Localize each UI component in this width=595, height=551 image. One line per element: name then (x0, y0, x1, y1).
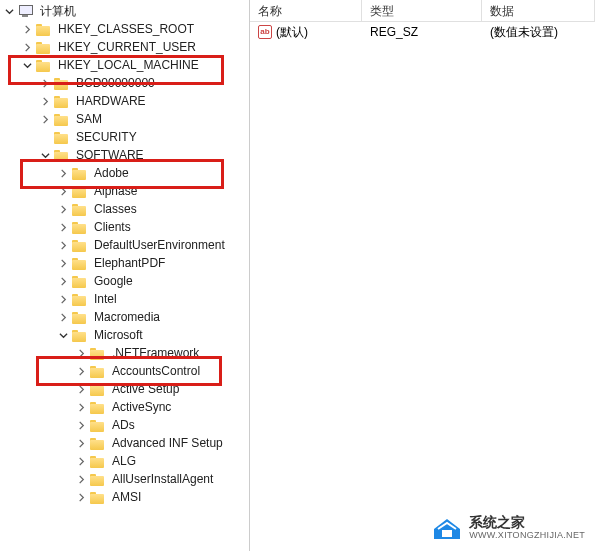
chevron-down-icon[interactable] (2, 4, 16, 18)
tree-item[interactable]: ActiveSync (2, 398, 249, 416)
tree-item[interactable]: Google (2, 272, 249, 290)
col-header-name[interactable]: 名称 (250, 0, 362, 21)
tree-item[interactable]: SAM (2, 110, 249, 128)
tree-item[interactable]: Intel (2, 290, 249, 308)
chevron-right-icon[interactable] (74, 436, 88, 450)
tree-item[interactable]: Adobe (2, 164, 249, 182)
tree-item[interactable]: HKEY_CLASSES_ROOT (2, 20, 249, 38)
tree-item-label: HKEY_CURRENT_USER (56, 40, 198, 54)
chevron-right-icon[interactable] (38, 76, 52, 90)
tree-item-label: Classes (92, 202, 139, 216)
watermark-title: 系统之家 (469, 515, 585, 530)
chevron-down-icon[interactable] (56, 328, 70, 342)
tree-item-label: ActiveSync (110, 400, 173, 414)
tree-item[interactable]: 计算机 (2, 2, 249, 20)
tree-item[interactable]: BCD00000000 (2, 74, 249, 92)
tree-item-label: SAM (74, 112, 104, 126)
chevron-right-icon[interactable] (20, 22, 34, 36)
folder-icon (72, 274, 88, 288)
folder-icon (72, 184, 88, 198)
tree-item[interactable]: .NETFramework (2, 344, 249, 362)
tree-item-label: Alphase (92, 184, 139, 198)
tree-item[interactable]: HKEY_CURRENT_USER (2, 38, 249, 56)
chevron-right-icon[interactable] (20, 40, 34, 54)
folder-icon (54, 130, 70, 144)
chevron-right-icon[interactable] (56, 220, 70, 234)
folder-icon (36, 40, 52, 54)
chevron-right-icon[interactable] (56, 274, 70, 288)
tree-item-label: HKEY_CLASSES_ROOT (56, 22, 196, 36)
chevron-right-icon[interactable] (56, 202, 70, 216)
chevron-right-icon[interactable] (74, 490, 88, 504)
tree-item[interactable]: Active Setup (2, 380, 249, 398)
folder-icon (72, 256, 88, 270)
chevron-right-icon[interactable] (74, 418, 88, 432)
svg-rect-0 (442, 530, 452, 537)
folder-icon (90, 490, 106, 504)
tree-item[interactable]: HKEY_LOCAL_MACHINE (2, 56, 249, 74)
chevron-right-icon[interactable] (56, 292, 70, 306)
list-row[interactable]: ab(默认)REG_SZ(数值未设置) (250, 22, 595, 42)
tree-item[interactable]: Microsoft (2, 326, 249, 344)
tree-item-label: Macromedia (92, 310, 162, 324)
chevron-right-icon[interactable] (74, 382, 88, 396)
folder-icon (72, 220, 88, 234)
tree-item[interactable]: ALG (2, 452, 249, 470)
tree-item[interactable]: ElephantPDF (2, 254, 249, 272)
tree-item-label: .NETFramework (110, 346, 201, 360)
tree-item-label: SECURITY (74, 130, 139, 144)
folder-icon (54, 112, 70, 126)
tree-item-label: Adobe (92, 166, 131, 180)
tree-item[interactable]: Macromedia (2, 308, 249, 326)
tree-item-label: AccountsControl (110, 364, 202, 378)
folder-icon (72, 166, 88, 180)
watermark: 系统之家 WWW.XITONGZHIJIA.NET (431, 515, 585, 541)
tree-item[interactable]: AllUserInstallAgent (2, 470, 249, 488)
list-header: 名称 类型 数据 (250, 0, 595, 22)
watermark-logo-icon (431, 515, 463, 541)
chevron-right-icon[interactable] (56, 256, 70, 270)
folder-icon (72, 202, 88, 216)
tree-item[interactable]: Clients (2, 218, 249, 236)
folder-icon (54, 94, 70, 108)
chevron-right-icon[interactable] (56, 310, 70, 324)
chevron-right-icon[interactable] (74, 364, 88, 378)
watermark-url: WWW.XITONGZHIJIA.NET (469, 531, 585, 541)
col-header-data[interactable]: 数据 (482, 0, 595, 21)
tree-item-label: ADs (110, 418, 137, 432)
tree-item[interactable]: Classes (2, 200, 249, 218)
chevron-right-icon[interactable] (56, 184, 70, 198)
tree-item[interactable]: DefaultUserEnvironment (2, 236, 249, 254)
chevron-down-icon[interactable] (20, 58, 34, 72)
tree-item[interactable]: AMSI (2, 488, 249, 506)
chevron-right-icon[interactable] (74, 346, 88, 360)
chevron-right-icon[interactable] (56, 238, 70, 252)
tree-item-label: AllUserInstallAgent (110, 472, 215, 486)
value-data: (数值未设置) (482, 22, 595, 43)
folder-icon (90, 364, 106, 378)
value-name: (默认) (276, 25, 308, 39)
tree-item[interactable]: SECURITY (2, 128, 249, 146)
chevron-right-icon[interactable] (38, 112, 52, 126)
chevron-down-icon[interactable] (38, 148, 52, 162)
chevron-right-icon[interactable] (74, 400, 88, 414)
tree-item[interactable]: ADs (2, 416, 249, 434)
tree-item[interactable]: SOFTWARE (2, 146, 249, 164)
chevron-right-icon[interactable] (74, 454, 88, 468)
tree-item[interactable]: HARDWARE (2, 92, 249, 110)
tree-item-label: Microsoft (92, 328, 145, 342)
folder-icon (36, 22, 52, 36)
tree-item-label: SOFTWARE (74, 148, 146, 162)
tree-item[interactable]: Advanced INF Setup (2, 434, 249, 452)
folder-icon (72, 328, 88, 342)
tree-item[interactable]: AccountsControl (2, 362, 249, 380)
chevron-right-icon[interactable] (74, 472, 88, 486)
folder-icon (72, 238, 88, 252)
tree-item[interactable]: Alphase (2, 182, 249, 200)
col-header-type[interactable]: 类型 (362, 0, 482, 21)
chevron-right-icon[interactable] (38, 94, 52, 108)
chevron-right-icon[interactable] (56, 166, 70, 180)
tree-item-label: 计算机 (38, 3, 78, 20)
tree-item-label: HARDWARE (74, 94, 148, 108)
value-type: REG_SZ (362, 23, 482, 41)
